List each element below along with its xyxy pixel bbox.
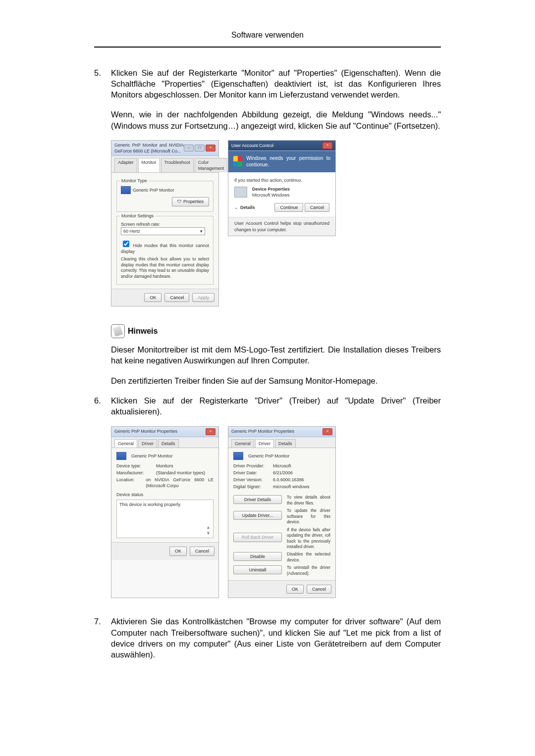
titlebar: Generic PnP Monitor Properties × xyxy=(111,427,218,437)
close-icon[interactable]: × xyxy=(322,428,332,435)
tab-driver[interactable]: Driver xyxy=(138,439,157,448)
cancel-button[interactable]: Cancel xyxy=(307,585,331,594)
props-general-window: Generic PnP Monitor Properties × General… xyxy=(111,426,219,599)
monitor-icon xyxy=(233,452,243,460)
tab-color-management[interactable]: Color Management xyxy=(195,158,228,172)
device-type-label: Device type: xyxy=(116,463,156,469)
continue-button[interactable]: Continue xyxy=(274,203,303,212)
refresh-rate-label: Screen refresh rate: xyxy=(121,221,209,227)
header-rule xyxy=(94,47,441,48)
digital-signer-value: microsoft windows xyxy=(273,484,310,490)
cancel-button[interactable]: Cancel xyxy=(190,547,214,555)
rollback-driver-desc: If the device fails after updating the d… xyxy=(287,527,330,550)
uac-publisher: Microsoft Windows xyxy=(252,192,290,198)
driver-details-desc: To view details about the driver files. xyxy=(287,495,330,506)
manufacturer-label: Manufacturer: xyxy=(116,470,156,476)
driver-date-label: Driver Date: xyxy=(233,470,273,476)
tab-driver[interactable]: Driver xyxy=(255,439,274,448)
props-driver-window: Generic PnP Monitor Properties × General… xyxy=(228,426,336,599)
step-7-text: Aktivieren Sie das Kontrollkästchen "Bro… xyxy=(111,616,441,660)
update-driver-button[interactable]: Update Driver... xyxy=(233,511,282,520)
close-icon[interactable]: × xyxy=(322,142,332,149)
hinweis-heading: Hinweis xyxy=(111,324,441,338)
ok-button[interactable]: OK xyxy=(286,585,304,594)
step-number: 5. xyxy=(94,67,111,316)
disable-desc: Disables the selected device. xyxy=(287,552,330,563)
tab-troubleshoot[interactable]: Troubleshoot xyxy=(161,158,194,172)
window-title: Generic PnP Monitor Properties xyxy=(231,428,294,434)
step-number: 6. xyxy=(94,395,111,607)
titlebar: Generic PnP Monitor Properties × xyxy=(228,427,335,437)
monitor-settings-window: Generic PnP Monitor and NVIDIA GeForce 6… xyxy=(111,140,219,306)
uac-headline: Windows needs your permission to contion… xyxy=(246,155,330,168)
update-driver-desc: To update the driver software for this d… xyxy=(287,508,330,525)
tab-monitor[interactable]: Monitor xyxy=(138,158,160,172)
device-name: Generic PnP Monitor xyxy=(131,453,172,459)
driver-version-label: Driver Version: xyxy=(233,477,273,483)
driver-provider-value: Microsoft xyxy=(273,463,291,469)
step-6-text: Klicken Sie auf der Registerkarte "Drive… xyxy=(111,395,441,417)
hide-modes-label: Hide modes that this monitor cannot disp… xyxy=(121,243,209,254)
driver-provider-label: Driver Provider: xyxy=(233,463,273,469)
tabs: Adapter Monitor Troubleshoot Color Manag… xyxy=(111,156,218,173)
monitor-settings-label: Monitor Settings xyxy=(120,213,155,219)
page-header: Software verwenden xyxy=(94,30,441,41)
monitor-type-label: Monitor Type xyxy=(120,178,149,184)
device-name: Generic PnP Monitor xyxy=(248,453,289,459)
hide-modes-desc: Clearing this check box allows you to se… xyxy=(121,256,209,279)
digital-signer-label: Digital Signer: xyxy=(233,484,273,490)
tab-general[interactable]: General xyxy=(231,439,254,448)
cancel-button[interactable]: Cancel xyxy=(305,203,329,212)
max-icon[interactable]: □ xyxy=(195,145,205,151)
titlebar: Generic PnP Monitor and NVIDIA GeForce 6… xyxy=(111,141,218,156)
monitor-icon xyxy=(121,186,131,194)
apply-button[interactable]: Apply xyxy=(192,293,214,302)
uac-title: User Account Control xyxy=(231,143,273,149)
uac-app-name: Device Properties xyxy=(252,186,290,192)
hide-modes-checkbox[interactable] xyxy=(123,241,129,247)
device-type-value: Monitors xyxy=(156,463,173,469)
disable-button[interactable]: Disable xyxy=(233,552,282,561)
page: Software verwenden 5. Klicken Sie auf de… xyxy=(0,0,535,756)
tab-general[interactable]: General xyxy=(114,439,137,448)
refresh-rate-select[interactable]: 60 Hertz▾ xyxy=(121,227,205,235)
details-toggle[interactable]: Details xyxy=(240,204,255,210)
location-value: on NVIDIA GeForce 6600 LE (Microsoft Cor… xyxy=(146,477,214,489)
monitor-type-value: Generic PnP Monitor xyxy=(133,187,174,193)
manufacturer-value: (Standard monitor types) xyxy=(156,470,205,476)
uac-started-text: If you started thio action, continuo. xyxy=(234,177,329,183)
tab-adapter[interactable]: Adapter xyxy=(114,158,137,172)
uac-window: User Account Control × Windows needs you… xyxy=(228,140,336,236)
hinweis-text-1: Dieser Monitortreiber ist mit dem MS-Log… xyxy=(111,344,441,366)
min-icon[interactable]: – xyxy=(184,145,194,151)
cancel-button[interactable]: Cancel xyxy=(164,293,189,302)
uac-titlebar: User Account Control × xyxy=(228,141,335,151)
device-status-label: Device status xyxy=(116,492,214,498)
window-title: Generic PnP Monitor and NVIDIA GeForce 6… xyxy=(114,142,184,154)
close-icon[interactable]: × xyxy=(206,428,215,435)
rollback-driver-button[interactable]: Roll Back Driver xyxy=(233,533,282,542)
ok-button[interactable]: OK xyxy=(144,293,161,302)
ok-button[interactable]: OK xyxy=(169,547,187,555)
driver-date-value: 6/21/2006 xyxy=(273,470,293,476)
hinweis-label: Hinweis xyxy=(128,326,158,337)
driver-details-button[interactable]: Driver Details xyxy=(233,495,282,504)
app-icon xyxy=(234,187,247,198)
driver-version-value: 6.0.6000.16386 xyxy=(273,477,304,483)
uac-footer: User Acoount Control helps stop unauthor… xyxy=(228,217,335,235)
window-title: Generic PnP Monitor Properties xyxy=(114,428,177,434)
chevron-down-icon[interactable]: ⌄ xyxy=(234,204,238,210)
step-6: 6. Klicken Sie auf der Registerkarte "Dr… xyxy=(94,395,441,607)
step-5-text-2: Wenn, wie in der nachfolgenden Abbildung… xyxy=(111,109,441,131)
tab-details[interactable]: Details xyxy=(158,439,179,448)
shield-icon xyxy=(233,156,242,167)
monitor-icon xyxy=(116,452,126,460)
step-5-text-1: Klicken Sie auf der Registerkarte "Monit… xyxy=(111,67,441,101)
hinweis-text-2: Den zertifizierten Treiber finden Sie au… xyxy=(111,375,441,386)
note-icon xyxy=(111,324,125,338)
uninstall-button[interactable]: Uninstall xyxy=(233,565,282,574)
close-icon[interactable]: × xyxy=(206,145,215,151)
tab-details[interactable]: Details xyxy=(275,439,296,448)
step-5: 5. Klicken Sie auf der Registerkarte "Mo… xyxy=(94,67,441,316)
properties-button[interactable]: 🛡 Properties xyxy=(172,197,209,206)
